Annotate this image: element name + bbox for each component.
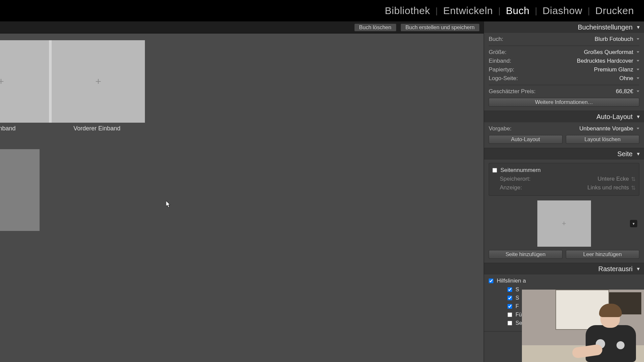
add-blank-button[interactable]: Leer hinzufügen — [566, 250, 640, 259]
divider: | — [434, 6, 439, 16]
page-numbers-checkbox[interactable]: Seitennummern — [492, 166, 636, 175]
preset-label: Vorgabe: — [489, 125, 512, 132]
panel-book-settings: Bucheinstellungen Buch: Blurb Fotobuch G… — [484, 21, 644, 111]
clear-book-button[interactable]: Buch löschen — [354, 23, 396, 32]
auto-layout-button[interactable]: Auto-Layout — [489, 135, 562, 144]
price-value[interactable]: 66,82€ — [616, 88, 639, 95]
book-canvas[interactable]: Buch löschen Buch erstellen und speicher… — [0, 21, 484, 362]
page-number-group: Seitennummern Speicherort: Untere Ecke ⇅… — [489, 163, 639, 196]
front-cover-label: Vorderer Einband — [49, 125, 145, 132]
page-template-thumb[interactable] — [537, 200, 591, 247]
cover-dropdown[interactable]: Bedrucktes Hardcover — [577, 58, 639, 64]
panel-page: Seite Seitennummern Speicherort: Untere … — [484, 148, 644, 263]
panel-title: Bucheinstellungen — [578, 23, 633, 31]
panel-header-auto-layout[interactable]: Auto-Layout — [484, 111, 644, 122]
back-cover-page[interactable] — [0, 40, 49, 123]
page-display-label: Anzeige: — [500, 184, 522, 191]
size-label: Größe: — [489, 49, 506, 56]
page-numbers-input[interactable] — [492, 168, 497, 173]
book-type-label: Buch: — [489, 36, 503, 43]
size-dropdown[interactable]: Großes Querformat — [584, 49, 639, 56]
price-label: Geschätzter Preis: — [489, 88, 536, 95]
cover-label: Einband: — [489, 58, 511, 64]
back-cover-label: er Einband — [0, 125, 49, 132]
logo-dropdown[interactable]: Ohne — [619, 75, 639, 82]
page-numbers-label: Seitennummern — [500, 167, 541, 174]
paper-label: Papiertyp: — [489, 66, 515, 73]
collapse-icon[interactable] — [636, 152, 641, 156]
cover-spread[interactable] — [0, 40, 145, 123]
front-cover-page[interactable] — [52, 40, 145, 123]
page-location-label: Speicherort: — [500, 176, 531, 182]
webcam-overlay — [522, 290, 644, 362]
book-type-dropdown[interactable]: Blurb Fotobuch — [595, 36, 639, 43]
module-slideshow[interactable]: Diashow — [540, 5, 584, 16]
book-action-bar: Buch löschen Buch erstellen und speicher… — [0, 22, 484, 34]
panel-title: Seite — [617, 150, 633, 158]
mouse-cursor-icon — [166, 201, 171, 208]
collapse-icon[interactable] — [636, 25, 641, 29]
cover-labels: er Einband Vorderer Einband — [0, 125, 145, 132]
preset-dropdown[interactable]: Unbenannte Vorgabe — [579, 125, 639, 132]
divider: | — [497, 6, 502, 16]
create-book-button[interactable]: Buch erstellen und speichern — [400, 23, 480, 32]
panel-header-guides[interactable]: Rasterausri — [484, 263, 644, 275]
logo-label: Logo-Seite: — [489, 75, 518, 82]
collapse-icon[interactable] — [636, 266, 641, 271]
page-display-dropdown[interactable]: Links und rechts ⇅ — [587, 184, 636, 191]
book-spine[interactable] — [49, 40, 52, 123]
more-info-button[interactable]: Weitere Informationen… — [489, 98, 639, 107]
divider — [489, 46, 639, 46]
module-print[interactable]: Drucken — [593, 5, 636, 16]
panel-header-page[interactable]: Seite — [484, 148, 644, 160]
clear-layout-button[interactable]: Layout löschen — [566, 135, 640, 144]
panel-auto-layout: Auto-Layout Vorgabe: Unbenannte Vorgabe … — [484, 111, 644, 148]
page-template-preview[interactable] — [489, 200, 639, 247]
divider: | — [534, 6, 539, 16]
template-menu-icon[interactable] — [630, 220, 637, 227]
panel-title: Rasterausri — [598, 265, 633, 273]
module-picker: Bibliothek | Entwickeln | Buch | Diashow… — [0, 0, 644, 21]
paper-dropdown[interactable]: Premium Glanz — [594, 66, 639, 73]
guides-enable-input[interactable] — [489, 279, 493, 283]
inner-page-1[interactable] — [0, 149, 40, 231]
module-book[interactable]: Buch — [504, 5, 531, 16]
collapse-icon[interactable] — [636, 114, 641, 119]
panel-header-book-settings[interactable]: Bucheinstellungen — [484, 21, 644, 33]
page-location-dropdown[interactable]: Untere Ecke ⇅ — [597, 176, 636, 183]
divider — [489, 85, 639, 85]
guides-enable-checkbox[interactable]: Hilfslinien a — [489, 277, 639, 285]
add-page-button[interactable]: Seite hinzufügen — [489, 250, 562, 259]
module-library[interactable]: Bibliothek — [383, 5, 432, 16]
panel-title: Auto-Layout — [596, 113, 633, 121]
module-develop[interactable]: Entwickeln — [441, 5, 495, 16]
guides-enable-label: Hilfslinien a — [497, 278, 526, 284]
divider: | — [586, 6, 591, 16]
